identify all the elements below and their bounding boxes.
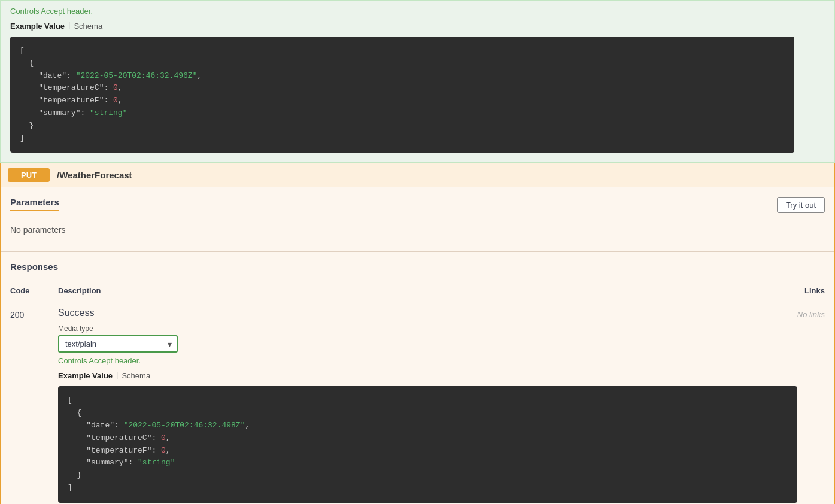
top-code-line-1: [ — [20, 46, 25, 55]
top-code-line-2: { — [20, 59, 34, 68]
top-tab-separator: | — [65, 20, 74, 32]
resp-line-4: "temperatureC": 0, — [68, 433, 171, 442]
response-example-value-tab[interactable]: Example Value — [58, 370, 113, 381]
response-row-200: 200 Success Media type text/plain applic… — [10, 300, 825, 504]
top-schema-tab[interactable]: Schema — [74, 20, 102, 32]
put-badge: PUT — [8, 168, 50, 182]
resp-line-2: { — [68, 408, 81, 417]
put-path: /WeatherForecast — [57, 170, 132, 180]
top-code-line-8: ] — [20, 133, 25, 142]
media-type-select-wrapper: text/plain application/json text/json — [58, 335, 797, 353]
response-example-schema-tabs: Example Value | Schema — [58, 370, 797, 381]
parameters-section: Parameters Try it out No parameters — [1, 187, 834, 252]
no-links-text: No links — [797, 308, 825, 319]
response-success-label: Success — [58, 308, 797, 318]
description-col-header: Description — [58, 286, 804, 295]
select-wrapper: text/plain application/json text/json — [58, 335, 178, 353]
media-type-dropdown[interactable]: text/plain application/json text/json — [58, 335, 178, 353]
response-code-200: 200 — [10, 308, 58, 320]
top-controls-accept-header: Controls Accept header. — [10, 7, 825, 16]
parameters-title: Parameters — [10, 197, 59, 211]
response-controls-accept-header: Controls Accept header. — [58, 356, 797, 365]
top-code-line-4: "temperatureC": 0, — [20, 83, 123, 92]
response-code-block: [ { "date": "2022-05-20T02:46:32.498Z", … — [58, 386, 797, 502]
response-schema-tab[interactable]: Schema — [122, 370, 150, 381]
response-body: Media type text/plain application/json t… — [58, 324, 797, 504]
links-col-header: Links — [804, 286, 825, 295]
top-example-schema-tabs: Example Value | Schema — [10, 20, 825, 32]
put-header[interactable]: PUT /WeatherForecast — [1, 163, 834, 187]
responses-title: Responses — [10, 262, 825, 272]
top-code-line-6: "summary": "string" — [20, 108, 127, 117]
put-body: Parameters Try it out No parameters Resp… — [1, 187, 834, 504]
resp-line-1: [ — [68, 396, 72, 405]
try-it-out-button[interactable]: Try it out — [777, 197, 825, 213]
responses-table-header: Code Description Links — [10, 281, 825, 300]
put-section: PUT /WeatherForecast Parameters Try it o… — [0, 163, 835, 504]
resp-line-3: "date": "2022-05-20T02:46:32.498Z", — [68, 421, 250, 430]
resp-line-6: "summary": "string" — [68, 458, 175, 467]
response-description-200: Success Media type text/plain applicatio… — [58, 308, 797, 504]
parameters-header: Parameters Try it out — [10, 197, 825, 213]
top-code-block: [ { "date": "2022-05-20T02:46:32.496Z", … — [10, 37, 794, 153]
top-code-line-5: "temperatureF": 0, — [20, 96, 123, 105]
resp-line-8: ] — [68, 483, 72, 492]
media-type-label: Media type — [58, 324, 797, 333]
code-col-header: Code — [10, 286, 58, 295]
get-section-top: Controls Accept header. Example Value | … — [0, 0, 835, 163]
resp-line-7: } — [68, 470, 81, 479]
response-tab-separator: | — [113, 370, 122, 381]
resp-line-5: "temperatureF": 0, — [68, 446, 171, 455]
no-parameters-text: No parameters — [10, 220, 825, 239]
responses-section: Responses Code Description Links 200 Suc… — [1, 252, 834, 504]
top-example-value-tab[interactable]: Example Value — [10, 20, 65, 32]
top-code-line-3: "date": "2022-05-20T02:46:32.496Z", — [20, 71, 202, 80]
page-wrapper: Controls Accept header. Example Value | … — [0, 0, 835, 504]
top-code-line-7: } — [20, 121, 34, 130]
